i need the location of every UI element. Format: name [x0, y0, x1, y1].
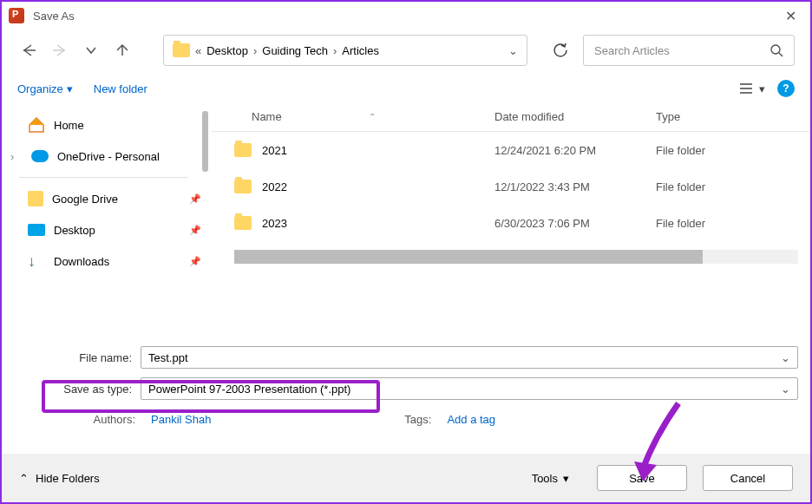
up-button[interactable]: [111, 39, 134, 62]
filename-label: File name:: [10, 351, 141, 364]
download-icon: ↓: [28, 252, 45, 271]
tags-label: Tags:: [381, 413, 431, 426]
savetype-label: Save as type:: [10, 383, 141, 396]
column-type[interactable]: Type: [656, 110, 810, 123]
toolbar: Organize ▾ New folder ▾ ?: [2, 71, 810, 102]
new-folder-button[interactable]: New folder: [94, 82, 147, 95]
sidebar-scrollbar[interactable]: [202, 111, 208, 172]
column-headers: Name ⌃ Date modified Type: [212, 102, 810, 132]
chevron-up-icon: ⌃: [19, 472, 29, 485]
chevron-down-icon: ▾: [563, 472, 569, 485]
nav-bar: « Desktop › Guiding Tech › Articles ⌄ Se…: [2, 29, 810, 71]
breadcrumb-articles[interactable]: Articles: [342, 44, 379, 57]
file-row[interactable]: 2022 12/1/2022 3:43 PM File folder: [212, 168, 810, 205]
authors-value[interactable]: Pankil Shah: [151, 413, 211, 426]
horizontal-scrollbar[interactable]: [234, 250, 798, 264]
main-area: Home › OneDrive - Personal Google Drive …: [2, 102, 810, 335]
folder-icon: [234, 180, 252, 193]
search-placeholder: Search Articles: [594, 44, 670, 57]
window-title: Save As: [33, 10, 778, 23]
search-input[interactable]: Search Articles: [583, 35, 795, 66]
forward-button[interactable]: [49, 39, 71, 62]
hide-folders-button[interactable]: ⌃ Hide Folders: [19, 472, 100, 485]
desktop-icon: [28, 224, 45, 236]
back-button[interactable]: [17, 39, 40, 62]
sidebar-item-desktop[interactable]: Desktop 📌: [2, 214, 212, 245]
view-options-button[interactable]: ▾: [740, 82, 765, 95]
breadcrumb-guidingtech[interactable]: Guiding Tech: [262, 44, 328, 57]
column-date[interactable]: Date modified: [494, 110, 656, 123]
save-button[interactable]: Save: [597, 465, 687, 491]
sidebar-item-home[interactable]: Home: [2, 109, 212, 141]
divider: [19, 177, 187, 178]
cloud-icon: [31, 150, 49, 162]
folder-icon: [234, 216, 252, 230]
column-name[interactable]: Name: [252, 110, 282, 123]
sort-indicator-icon: ⌃: [369, 112, 376, 121]
expand-icon[interactable]: ›: [10, 150, 23, 163]
file-row[interactable]: 2021 12/24/2021 6:20 PM File folder: [212, 132, 810, 168]
chevron-right-icon: ›: [253, 44, 257, 57]
chevron-down-icon: ▾: [759, 82, 765, 95]
file-row[interactable]: 2023 6/30/2023 7:06 PM File folder: [212, 205, 810, 241]
address-bar[interactable]: « Desktop › Guiding Tech › Articles ⌄: [163, 35, 527, 66]
sidebar-item-onedrive[interactable]: › OneDrive - Personal: [2, 141, 212, 172]
footer: ⌃ Hide Folders Tools ▾ Save Cancel: [2, 454, 810, 502]
navigation-pane: Home › OneDrive - Personal Google Drive …: [2, 102, 212, 335]
file-list: Name ⌃ Date modified Type 2021 12/24/202…: [212, 102, 810, 335]
help-icon[interactable]: ?: [777, 80, 795, 97]
breadcrumb-desktop[interactable]: Desktop: [206, 44, 248, 57]
chevron-down-icon[interactable]: ⌄: [508, 44, 518, 57]
pin-icon: 📌: [189, 256, 201, 267]
authors-label: Authors:: [85, 413, 135, 426]
filename-input[interactable]: Test.ppt ⌄: [141, 346, 798, 369]
recent-locations-button[interactable]: [80, 39, 102, 62]
sidebar-item-gdrive[interactable]: Google Drive 📌: [2, 183, 212, 214]
refresh-button[interactable]: [547, 36, 574, 64]
chevron-down-icon[interactable]: ⌄: [781, 351, 790, 364]
search-icon: [769, 43, 783, 57]
breadcrumb-prefix: «: [195, 44, 201, 57]
cancel-button[interactable]: Cancel: [703, 465, 793, 491]
chevron-down-icon: ▾: [67, 82, 73, 95]
organize-button[interactable]: Organize ▾: [17, 82, 73, 95]
save-form: File name: Test.ppt ⌄ Save as type: Powe…: [2, 335, 810, 433]
powerpoint-icon: [9, 8, 24, 23]
folder-icon: [28, 191, 43, 206]
titlebar: Save As ✕: [2, 2, 810, 29]
tools-dropdown[interactable]: Tools ▾: [532, 472, 569, 485]
pin-icon: 📌: [189, 193, 201, 205]
close-icon[interactable]: ✕: [778, 8, 803, 24]
chevron-down-icon[interactable]: ⌄: [781, 383, 790, 396]
tags-value[interactable]: Add a tag: [447, 413, 495, 426]
folder-icon: [234, 143, 252, 157]
svg-point-0: [771, 45, 780, 54]
folder-icon: [173, 43, 190, 57]
sidebar-item-downloads[interactable]: ↓ Downloads 📌: [2, 245, 212, 277]
pin-icon: 📌: [189, 225, 201, 236]
savetype-dropdown[interactable]: PowerPoint 97-2003 Presentation (*.ppt) …: [141, 377, 798, 400]
chevron-right-icon: ›: [333, 44, 337, 57]
